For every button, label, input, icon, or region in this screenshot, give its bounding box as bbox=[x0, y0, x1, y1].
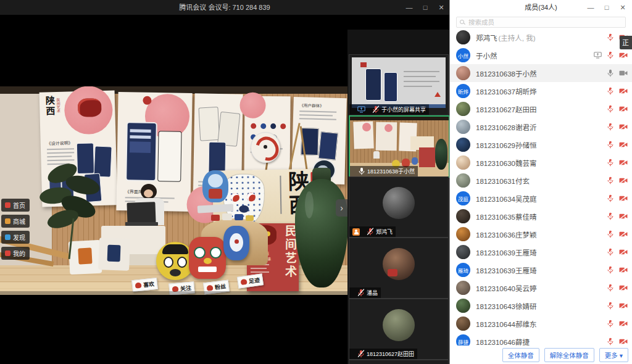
member-search-box[interactable] bbox=[456, 17, 626, 28]
main-video[interactable]: 陕西 民间艺术 《设计说明》 《界面风格》 bbox=[0, 86, 347, 295]
mute-all-button[interactable]: 全体静音 bbox=[502, 348, 539, 362]
mic-icon[interactable] bbox=[607, 212, 614, 220]
camera-icon[interactable] bbox=[619, 213, 628, 220]
mic-icon[interactable] bbox=[607, 320, 614, 328]
camera-icon-glyph bbox=[619, 213, 628, 220]
member-row[interactable]: 1812310630魏芸甯 bbox=[450, 154, 632, 172]
member-row[interactable]: 1812310629孙储恒 bbox=[450, 136, 632, 154]
more-button[interactable]: 更多 ▾ bbox=[599, 348, 628, 362]
thumbnail-panjing[interactable]: 潘晶 bbox=[349, 238, 449, 299]
collapse-panel-chevron[interactable]: › bbox=[336, 199, 347, 217]
search-input[interactable] bbox=[467, 18, 618, 27]
pillow-blue-mask bbox=[223, 226, 249, 260]
camera-icon-glyph bbox=[619, 105, 628, 112]
close-button[interactable]: ✕ bbox=[617, 0, 628, 15]
mic-icon[interactable] bbox=[607, 51, 614, 59]
mic-icon[interactable] bbox=[607, 302, 614, 310]
thumbnail-zhaotiantian[interactable]: 1812310627赵田田 bbox=[349, 299, 449, 360]
member-name: 郑鸿飞 bbox=[476, 33, 497, 43]
mic-icon[interactable] bbox=[607, 266, 614, 274]
camera-icon[interactable] bbox=[619, 159, 628, 166]
mic-icon[interactable] bbox=[607, 284, 614, 292]
member-row[interactable]: 雁琦 1812310639王雁琦 bbox=[450, 261, 632, 279]
member-row[interactable]: 郑鸿飞 (主持人, 我) bbox=[450, 28, 632, 46]
maximize-button[interactable]: □ bbox=[601, 0, 612, 15]
thumbnail-label-text: 1812310627赵田田 bbox=[367, 350, 414, 358]
mic-icon[interactable] bbox=[607, 248, 614, 256]
minimize-button[interactable]: — bbox=[585, 0, 596, 15]
camera-icon[interactable] bbox=[619, 88, 628, 94]
camera-icon[interactable] bbox=[619, 231, 628, 238]
member-row[interactable]: 1812310635蔡佳晴 bbox=[450, 207, 632, 225]
host-badge-icon bbox=[352, 228, 360, 236]
mic-icon-glyph bbox=[607, 159, 614, 167]
member-row[interactable]: 小然 于小然 bbox=[450, 46, 632, 64]
member-role-suffix: (主持人, 我) bbox=[499, 33, 536, 43]
thumbnail-room-video-selected[interactable]: 1812310638于小然 bbox=[349, 115, 450, 178]
member-row[interactable]: 昕烨 1812310637胡昕烨 bbox=[450, 82, 632, 100]
maximize-button[interactable]: □ bbox=[420, 0, 431, 15]
poster1-subtitle: 民间艺术 bbox=[56, 98, 62, 113]
mic-icon[interactable] bbox=[607, 69, 614, 77]
doc-text-line bbox=[404, 86, 432, 87]
member-row[interactable]: 茂庭 1812310634吴茂庭 bbox=[450, 189, 632, 207]
member-row[interactable]: 1812310628谢君沂 bbox=[450, 118, 632, 136]
member-row[interactable]: 1812310643徐婧研 bbox=[450, 297, 632, 315]
camera-icon[interactable] bbox=[619, 338, 628, 345]
mic-icon[interactable] bbox=[607, 123, 614, 131]
mic-icon[interactable] bbox=[607, 194, 614, 202]
camera-icon[interactable] bbox=[619, 267, 628, 273]
member-row[interactable]: 1812310636庄梦颖 bbox=[450, 225, 632, 243]
member-row[interactable]: 1812310644郝维东 bbox=[450, 315, 632, 333]
blue-cat-cutout bbox=[202, 170, 228, 202]
camera-icon-glyph bbox=[619, 177, 628, 184]
member-row[interactable]: 1812310631付玄 bbox=[450, 172, 632, 189]
camera-icon[interactable] bbox=[619, 123, 628, 130]
members-panel-titlebar: 成员(34人) — □ ✕ bbox=[450, 0, 632, 15]
thumbnail-partial[interactable] bbox=[349, 360, 449, 364]
camera-icon-glyph bbox=[619, 231, 628, 238]
camera-icon[interactable] bbox=[619, 141, 628, 148]
unmute-all-button[interactable]: 解除全体静音 bbox=[544, 348, 594, 362]
mic-icon[interactable] bbox=[607, 230, 614, 238]
avatar bbox=[456, 173, 470, 188]
camera-icon[interactable] bbox=[619, 284, 628, 291]
mic-icon[interactable] bbox=[607, 159, 614, 167]
member-row[interactable]: 薛捷 1812310646薛捷 bbox=[450, 333, 632, 345]
member-row[interactable]: 1812310639王雁琦 bbox=[450, 243, 632, 261]
mic-icon[interactable] bbox=[607, 33, 614, 41]
avatar bbox=[456, 30, 470, 44]
member-row[interactable]: 1812310640吴云婷 bbox=[450, 279, 632, 297]
thumbnail-zhenghongfei[interactable]: 郑鸿飞 bbox=[349, 176, 449, 238]
app-menu-chip: 发现 bbox=[1, 231, 30, 244]
camera-icon[interactable] bbox=[619, 302, 628, 309]
mic-icon[interactable] bbox=[607, 141, 614, 149]
camera-icon[interactable] bbox=[619, 320, 628, 327]
camera-icon[interactable] bbox=[619, 105, 628, 112]
avatar bbox=[456, 281, 470, 295]
camera-icon[interactable] bbox=[619, 177, 628, 184]
avatar: 茂庭 bbox=[456, 191, 470, 205]
camera-icon[interactable] bbox=[619, 249, 628, 255]
close-button[interactable]: ✕ bbox=[436, 0, 447, 15]
camera-icon[interactable] bbox=[619, 52, 628, 59]
mic-icon-glyph bbox=[607, 266, 614, 274]
camera-icon-glyph bbox=[619, 302, 628, 309]
screen-share-icon-glyph bbox=[594, 52, 602, 59]
unmute-all-label: 解除全体静音 bbox=[550, 352, 589, 359]
avatar bbox=[456, 120, 470, 134]
phone-mockup bbox=[208, 142, 226, 174]
screen-share-icon bbox=[594, 52, 602, 59]
mic-icon[interactable] bbox=[607, 87, 614, 95]
mic-icon[interactable] bbox=[607, 105, 614, 113]
camera-icon[interactable] bbox=[619, 70, 628, 77]
meeting-window-controls: — □ ✕ bbox=[404, 0, 447, 15]
mic-icon[interactable] bbox=[607, 176, 614, 184]
camera-icon[interactable] bbox=[619, 195, 628, 202]
mic-icon[interactable] bbox=[607, 337, 614, 345]
member-row[interactable]: 1812310638于小然 bbox=[450, 64, 632, 82]
thumbnail-screen-share[interactable]: 于小然的屏幕共享 bbox=[349, 54, 449, 115]
member-list: 郑鸿飞 (主持人, 我) 小然 于小然 bbox=[450, 28, 632, 345]
member-row[interactable]: 1812310627赵田田 bbox=[450, 100, 632, 118]
minimize-button[interactable]: — bbox=[404, 0, 415, 15]
